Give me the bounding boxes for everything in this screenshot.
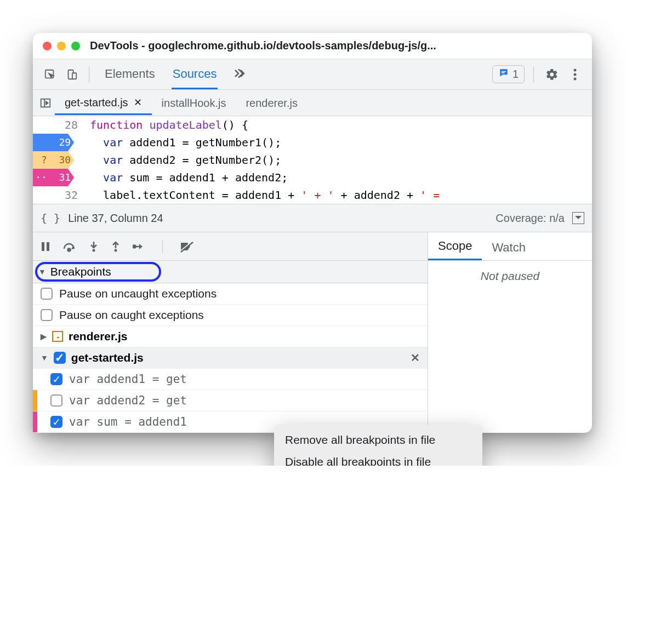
- breakpoint-line[interactable]: ✓var addend1 = get: [33, 369, 428, 390]
- window-title: DevTools - googlechrome.github.io/devtoo…: [90, 39, 436, 52]
- file-tab[interactable]: installHook.js: [152, 91, 236, 115]
- context-menu-item[interactable]: Disable all breakpoints in file: [274, 451, 482, 466]
- separator: [533, 66, 534, 83]
- file-tab[interactable]: get-started.js✕: [55, 91, 152, 115]
- gutter[interactable]: ? 30: [33, 151, 84, 169]
- scope-watch-tabs: Scope Watch: [428, 232, 592, 261]
- step-into-icon[interactable]: [89, 241, 99, 253]
- context-menu: Remove all breakpoints in fileDisable al…: [274, 425, 482, 466]
- device-toggle-icon[interactable]: [62, 65, 81, 84]
- svg-point-12: [68, 248, 71, 251]
- pause-caught-label: Pause on caught exceptions: [59, 308, 204, 322]
- minimize-window-button[interactable]: [57, 42, 66, 50]
- code-line[interactable]: 29 var addend1 = getNumber1();: [33, 134, 592, 151]
- checkbox[interactable]: ✓: [50, 416, 62, 428]
- code-line[interactable]: ? 30 var addend2 = getNumber2();: [33, 151, 592, 169]
- checkbox[interactable]: [50, 394, 62, 407]
- pause-caught-row[interactable]: Pause on caught exceptions: [33, 305, 428, 326]
- debugger-left-pane: ▼ Breakpoints Pause on uncaught exceptio…: [33, 232, 428, 433]
- code-text: var sum = addend1 + addend2;: [84, 169, 288, 186]
- cursor-position: Line 37, Column 24: [68, 212, 163, 225]
- gutter[interactable]: 32: [33, 186, 84, 204]
- tab-more[interactable]: [233, 59, 248, 89]
- kebab-icon[interactable]: [566, 65, 584, 84]
- js-file-icon: [52, 331, 63, 342]
- coverage-label: Coverage: n/a: [496, 212, 565, 225]
- code-text: var addend2 = getNumber2();: [84, 151, 281, 169]
- tab-elements[interactable]: Elements: [104, 59, 156, 89]
- breakpoint-marker[interactable]: ·· 31: [33, 169, 84, 186]
- gutter[interactable]: 29: [33, 134, 84, 151]
- file-tab-label: renderer.js: [246, 97, 298, 110]
- breakpoint-line-text: var addend2 = get: [69, 394, 187, 407]
- dropdown-icon[interactable]: [572, 212, 584, 224]
- strip: [33, 390, 37, 411]
- close-window-button[interactable]: [43, 42, 52, 50]
- chevron-right-icon: ▶: [41, 332, 47, 341]
- file-tab[interactable]: renderer.js: [236, 91, 307, 115]
- svg-point-15: [133, 245, 136, 248]
- gutter[interactable]: ·· 31: [33, 169, 84, 186]
- gutter[interactable]: 28: [33, 116, 84, 134]
- chevron-down-icon: ▼: [38, 267, 46, 276]
- step-icon[interactable]: [133, 242, 146, 251]
- pretty-print-icon[interactable]: { }: [41, 211, 60, 225]
- strip: [33, 411, 37, 432]
- statusbar: { } Line 37, Column 24 Coverage: n/a: [33, 204, 592, 232]
- not-paused-label: Not paused: [428, 261, 592, 291]
- issues-count: 1: [512, 68, 519, 81]
- tab-watch[interactable]: Watch: [482, 234, 536, 260]
- code-text: label.textContent = addend1 + ' + ' + ad…: [84, 186, 440, 204]
- checkbox[interactable]: ✓: [50, 373, 62, 385]
- navigator-toggle-icon[interactable]: [36, 97, 55, 109]
- code-line[interactable]: 28function updateLabel() {: [33, 116, 592, 134]
- svg-point-6: [574, 73, 577, 76]
- checkbox[interactable]: ✓: [54, 352, 66, 364]
- issues-button[interactable]: 1: [492, 65, 525, 83]
- svg-rect-2: [72, 73, 76, 79]
- maximize-window-button[interactable]: [71, 42, 80, 50]
- step-out-icon[interactable]: [111, 241, 121, 253]
- code-line[interactable]: ·· 31 var sum = addend1 + addend2;: [33, 169, 592, 186]
- context-menu-item[interactable]: Remove all breakpoints in file: [274, 429, 482, 451]
- svg-point-13: [93, 249, 95, 251]
- close-icon[interactable]: ✕: [134, 96, 142, 108]
- svg-rect-3: [502, 71, 506, 72]
- separator: [89, 66, 89, 83]
- svg-point-14: [115, 249, 117, 251]
- checkbox[interactable]: [41, 309, 53, 321]
- gear-icon[interactable]: [543, 65, 561, 84]
- inspect-icon[interactable]: [41, 65, 59, 84]
- step-over-icon[interactable]: [62, 241, 77, 252]
- svg-rect-10: [42, 242, 44, 251]
- breakpoint-file-name: get-started.js: [71, 351, 144, 364]
- close-icon[interactable]: ✕: [411, 351, 420, 364]
- breakpoint-marker[interactable]: ? 30: [33, 151, 84, 169]
- breakpoint-line-text: var addend1 = get: [69, 373, 187, 386]
- devtools-window: DevTools - googlechrome.github.io/devtoo…: [33, 33, 592, 433]
- code-line[interactable]: 32 label.textContent = addend1 + ' + ' +…: [33, 186, 592, 204]
- tab-sources[interactable]: Sources: [172, 59, 218, 89]
- panel-tabs: Elements Sources: [104, 59, 248, 89]
- breakpoints-options: Pause on uncaught exceptions Pause on ca…: [33, 283, 428, 433]
- breakpoint-line[interactable]: var addend2 = get: [33, 390, 428, 411]
- breakpoint-file-group[interactable]: ▼✓get-started.js✕: [33, 347, 428, 369]
- tab-scope[interactable]: Scope: [428, 232, 482, 260]
- code-text: var addend1 = getNumber1();: [84, 134, 281, 151]
- debug-toolbar: [33, 232, 428, 261]
- breakpoint-marker[interactable]: 29: [33, 134, 84, 151]
- pause-uncaught-label: Pause on uncaught exceptions: [59, 287, 217, 300]
- lower-panes: ▼ Breakpoints Pause on uncaught exceptio…: [33, 232, 592, 433]
- breakpoint-file-group[interactable]: ▶renderer.js: [33, 326, 428, 347]
- breakpoints-title: Breakpoints: [50, 265, 111, 278]
- code-editor[interactable]: 28function updateLabel() {29 var addend1…: [33, 116, 592, 204]
- breakpoint-line-text: var sum = addend1: [69, 415, 187, 428]
- pause-uncaught-row[interactable]: Pause on uncaught exceptions: [33, 283, 428, 305]
- code-text: function updateLabel() {: [84, 116, 248, 134]
- breakpoints-header[interactable]: ▼ Breakpoints: [33, 261, 428, 283]
- file-tabs: get-started.js✕installHook.jsrenderer.js: [33, 90, 592, 116]
- checkbox[interactable]: [41, 288, 53, 300]
- pause-icon[interactable]: [41, 241, 50, 252]
- deactivate-breakpoints-icon[interactable]: [179, 241, 193, 253]
- chevron-down-icon: ▼: [41, 353, 48, 362]
